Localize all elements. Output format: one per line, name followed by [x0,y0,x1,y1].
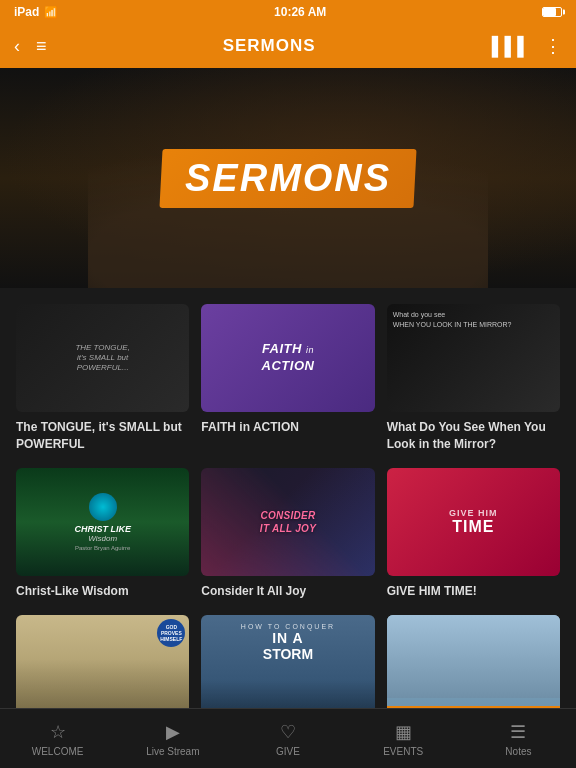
hero-label-banner: SERMONS [159,149,416,208]
nav-right: ▌▌▌ ⋮ [492,35,562,57]
tab-events-label: EVENTS [383,746,423,757]
sermon-item-tongue[interactable]: THE TONGUE,it's SMALL butPOWERFUL... The… [16,304,189,452]
page-title: SERMONS [47,36,492,56]
status-bar: iPad 📶 10:26 AM [0,0,576,24]
tab-notes[interactable]: ☰ Notes [461,715,576,763]
notes-icon: ☰ [510,721,526,743]
stream-icon: ▶ [166,721,180,743]
sermon-title-christ: Christ-Like Wisdom [16,583,189,599]
menu-button[interactable]: ≡ [36,36,47,57]
tab-stream-label: Live Stream [146,746,199,757]
tab-give-label: GIVE [276,746,300,757]
nav-left: ‹ ≡ [14,36,47,57]
events-icon: ▦ [395,721,412,743]
nav-bar: ‹ ≡ SERMONS ▌▌▌ ⋮ [0,24,576,68]
sermon-item-mirror[interactable]: What do you seeWHEN YOU LOOK IN THE MIRR… [387,304,560,452]
hero-title: SERMONS [185,157,391,200]
sermon-title-tongue: The TONGUE, it's SMALL but POWERFUL [16,419,189,451]
device-label: iPad [14,5,39,19]
tab-welcome[interactable]: ☆ WELCOME [0,715,115,763]
sermon-item-christ[interactable]: CHRIST LIKE Wisdom Pastor Bryan Aguirre … [16,468,189,600]
sermon-title-faith: FAITH in ACTION [201,419,374,435]
sermon-item-consider[interactable]: CONSIDERIT ALL JOY Consider It All Joy [201,468,374,600]
sermon-item-faith[interactable]: FAITH inACTION FAITH in ACTION [201,304,374,452]
tab-notes-label: Notes [505,746,531,757]
battery-icon [542,7,562,17]
tab-welcome-label: WELCOME [32,746,84,757]
wifi-icon: 📶 [44,6,58,19]
welcome-icon: ☆ [50,721,66,743]
sermon-thumb-consider: CONSIDERIT ALL JOY [201,468,374,576]
status-right [542,7,562,17]
back-button[interactable]: ‹ [14,36,20,57]
tab-events[interactable]: ▦ EVENTS [346,715,461,763]
sermon-title-give: GIVE HIM TIME! [387,583,560,599]
sermon-title-consider: Consider It All Joy [201,583,374,599]
sermon-thumb-christ: CHRIST LIKE Wisdom Pastor Bryan Aguirre [16,468,189,576]
give-icon: ♡ [280,721,296,743]
time-display: 10:26 AM [274,5,326,19]
status-left: iPad 📶 [14,5,58,19]
sermon-title-mirror: What Do You See When You Look in the Mir… [387,419,560,451]
tab-bar: ☆ WELCOME ▶ Live Stream ♡ GIVE ▦ EVENTS … [0,708,576,768]
sermon-grid: THE TONGUE,it's SMALL butPOWERFUL... The… [0,288,576,768]
tab-stream[interactable]: ▶ Live Stream [115,715,230,763]
hero-banner: SERMONS [0,68,576,288]
sermon-thumb-give: GIVE HIM TIME [387,468,560,576]
sermon-thumb-mirror: What do you seeWHEN YOU LOOK IN THE MIRR… [387,304,560,412]
sermon-thumb-tongue: THE TONGUE,it's SMALL butPOWERFUL... [16,304,189,412]
sermon-item-give[interactable]: GIVE HIM TIME GIVE HIM TIME! [387,468,560,600]
sermon-thumb-faith: FAITH inACTION [201,304,374,412]
bar-chart-icon[interactable]: ▌▌▌ [492,36,530,57]
more-options-icon[interactable]: ⋮ [544,35,562,57]
tab-give[interactable]: ♡ GIVE [230,715,345,763]
